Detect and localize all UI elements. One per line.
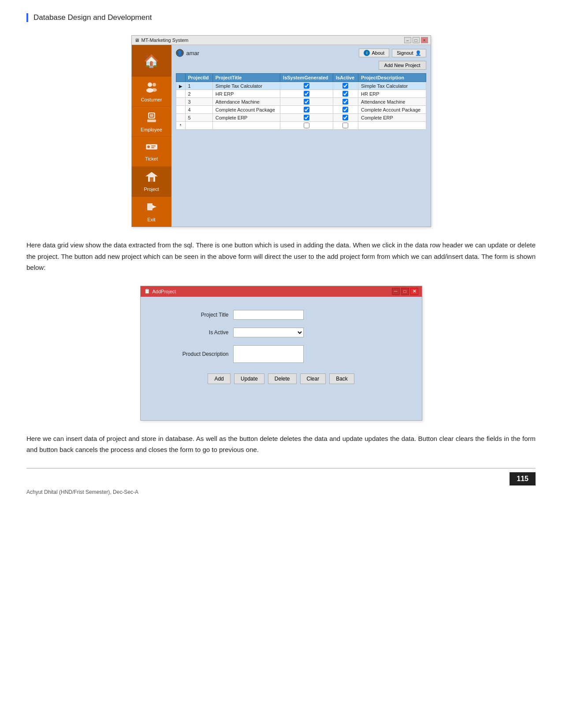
addproject-window: 📋 AddProject ─ □ ✕ Project Title Is Acti… xyxy=(140,286,422,421)
addproject-controls: ─ □ ✕ xyxy=(392,288,418,295)
win-titlebar: 🖥 MT-Marketing System – □ × xyxy=(132,36,431,45)
add-new-project-button[interactable]: Add New Project xyxy=(379,61,426,70)
row-arrow-cell: ▶ xyxy=(176,82,185,90)
table-row[interactable]: * xyxy=(176,122,426,130)
svg-point-9 xyxy=(147,146,150,148)
is-active-label: Is Active xyxy=(158,329,229,336)
addproject-minimize-btn[interactable]: ─ xyxy=(392,288,400,295)
body-text-1: Here data grid view show the data extrac… xyxy=(26,239,536,273)
cell-project-description: Complete ERP xyxy=(358,114,426,122)
new-row-sys-checkbox[interactable] xyxy=(304,123,309,128)
project-title-label: Project Title xyxy=(158,312,229,318)
update-button[interactable]: Update xyxy=(234,373,264,384)
row-arrow-cell: * xyxy=(176,122,185,130)
svg-rect-11 xyxy=(151,147,154,148)
win-sidebar: 🏠 Costumer xyxy=(132,45,171,227)
mt-marketing-window: 🖥 MT-Marketing System – □ × 🏠 xyxy=(131,35,431,227)
user-avatar-icon: 👤 xyxy=(176,49,184,57)
is-active-checkbox[interactable] xyxy=(342,107,348,112)
is-active-checkbox[interactable] xyxy=(342,99,348,105)
sidebar-item-exit[interactable]: Exit xyxy=(132,197,171,227)
cell-is-system-generated xyxy=(280,106,333,114)
addproject-title-left: 📋 AddProject xyxy=(144,288,176,294)
cell-project-description: HR ERP xyxy=(358,90,426,98)
sidebar-item-project[interactable]: Project xyxy=(132,167,171,197)
svg-point-0 xyxy=(148,82,152,87)
cell-is-active xyxy=(333,114,358,122)
win-user-row: 👤 amar xyxy=(176,49,200,57)
ticket-icon xyxy=(145,142,158,155)
is-system-generated-checkbox[interactable] xyxy=(304,107,309,112)
is-system-generated-checkbox[interactable] xyxy=(304,99,309,105)
grid-col-projecttitle: ProjectTitle xyxy=(212,74,280,82)
cell-is-active xyxy=(333,106,358,114)
customer-label: Costumer xyxy=(141,97,162,102)
cell-project-title xyxy=(212,122,280,130)
addproject-title-icon: 📋 xyxy=(144,288,150,294)
table-row[interactable]: 4Complete Account PackageComplete Accoun… xyxy=(176,106,426,114)
win-minimize-btn[interactable]: – xyxy=(404,37,411,43)
win-header-row: 👤 amar i About Signout 👤 xyxy=(176,49,426,57)
grid-col-select xyxy=(176,74,185,82)
cell-project-id: 5 xyxy=(185,114,212,122)
is-system-generated-checkbox[interactable] xyxy=(304,115,309,120)
sidebar-item-employee[interactable]: Employee xyxy=(132,107,171,137)
signout-button[interactable]: Signout 👤 xyxy=(392,49,426,57)
cell-project-description xyxy=(358,122,426,130)
cell-is-system-generated xyxy=(280,114,333,122)
sidebar-item-ticket[interactable]: Ticket xyxy=(132,137,171,167)
svg-rect-16 xyxy=(153,206,156,207)
cell-project-description: Simple Tax Calculator xyxy=(358,82,426,90)
cell-project-title: Attendance Machine xyxy=(212,98,280,106)
exit-label: Exit xyxy=(147,217,155,222)
clear-button[interactable]: Clear xyxy=(300,373,326,384)
svg-rect-14 xyxy=(147,203,153,210)
svg-rect-6 xyxy=(150,114,153,117)
win-close-btn[interactable]: × xyxy=(421,37,428,43)
is-active-checkbox[interactable] xyxy=(342,83,348,89)
page-number-block: 115 xyxy=(26,469,536,485)
cell-project-id: 1 xyxy=(185,82,212,90)
cell-project-title: Simple Tax Calculator xyxy=(212,82,280,90)
table-row[interactable]: 5Complete ERPComplete ERP xyxy=(176,114,426,122)
addproject-close-btn[interactable]: ✕ xyxy=(410,288,418,295)
win-maximize-btn[interactable]: □ xyxy=(413,37,420,43)
row-arrow-cell xyxy=(176,106,185,114)
win-title-icon: 🖥 xyxy=(134,37,139,43)
is-system-generated-checkbox[interactable] xyxy=(304,83,309,89)
about-button[interactable]: i About xyxy=(359,49,389,57)
product-description-input[interactable] xyxy=(233,345,304,363)
add-button[interactable]: Add xyxy=(208,373,231,384)
svg-rect-7 xyxy=(147,119,156,122)
grid-col-projectid: ProjectId xyxy=(185,74,212,82)
grid-col-projectdescription: ProjectDescription xyxy=(358,74,426,82)
cell-project-id: 2 xyxy=(185,90,212,98)
is-system-generated-checkbox[interactable] xyxy=(304,91,309,97)
new-row-active-checkbox[interactable] xyxy=(342,123,348,128)
table-row[interactable]: 3Attendance MachineAttendance Machine xyxy=(176,98,426,106)
signout-user-icon: 👤 xyxy=(415,50,421,56)
is-active-checkbox[interactable] xyxy=(342,91,348,97)
cell-project-id: 4 xyxy=(185,106,212,114)
page-container: Database Design and Development 🖥 MT-Mar… xyxy=(0,0,562,513)
product-description-label: Product Description xyxy=(158,351,229,357)
back-button[interactable]: Back xyxy=(329,373,354,384)
sidebar-item-customer[interactable]: Costumer xyxy=(132,77,171,107)
cell-is-active xyxy=(333,122,358,130)
cell-is-active xyxy=(333,98,358,106)
addproject-body: Project Title Is Active True False Produ… xyxy=(141,297,422,420)
cell-is-system-generated xyxy=(280,82,333,90)
table-row[interactable]: ▶1Simple Tax CalculatorSimple Tax Calcul… xyxy=(176,82,426,90)
cell-is-active xyxy=(333,82,358,90)
project-title-input[interactable] xyxy=(233,310,304,320)
delete-button[interactable]: Delete xyxy=(268,373,297,384)
info-icon: i xyxy=(364,50,370,56)
addproject-maximize-btn[interactable]: □ xyxy=(401,288,409,295)
cell-is-system-generated xyxy=(280,98,333,106)
svg-rect-13 xyxy=(150,177,153,182)
table-row[interactable]: 2HR ERPHR ERP xyxy=(176,90,426,98)
win-titlebar-left: 🖥 MT-Marketing System xyxy=(134,37,189,43)
grid-col-isactive: IsActive xyxy=(333,74,358,82)
is-active-select[interactable]: True False xyxy=(233,328,304,337)
is-active-checkbox[interactable] xyxy=(342,115,348,120)
